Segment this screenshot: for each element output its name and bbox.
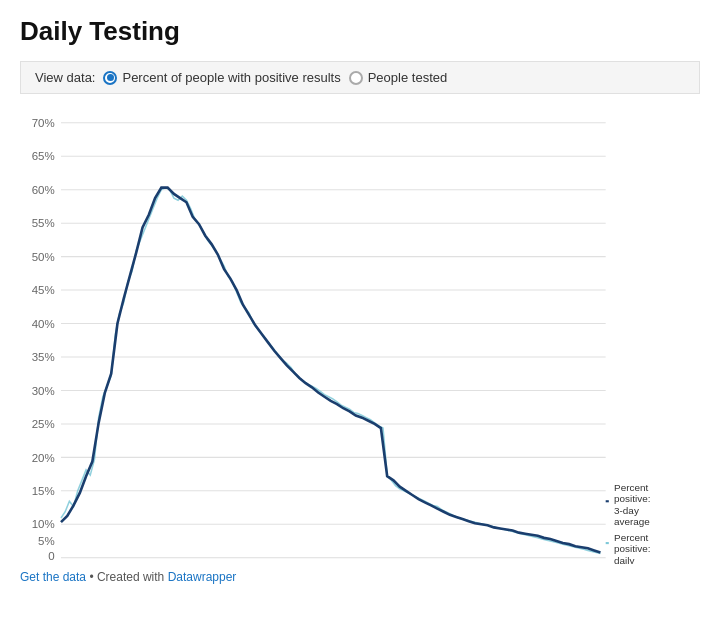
svg-text:05/03: 05/03 [343,563,369,564]
svg-text:03/08: 03/08 [58,563,84,564]
svg-text:positive:: positive: [614,493,650,504]
radio-people-circle[interactable] [349,71,363,85]
page-title: Daily Testing [20,16,700,47]
radio-percent[interactable]: Percent of people with positive results [103,70,340,85]
datawrapper-link[interactable]: Datawrapper [168,570,237,584]
svg-text:03/22: 03/22 [129,563,155,564]
svg-text:65%: 65% [32,150,55,162]
footer-separator: • Created with [86,570,168,584]
svg-text:average: average [614,516,650,527]
view-data-label: View data: [35,70,95,85]
svg-text:3-day: 3-day [614,505,639,516]
daily-line [61,188,600,554]
svg-text:25%: 25% [32,418,55,430]
svg-text:positive:: positive: [614,544,650,555]
chart-area: 70% 65% 60% 55% 50% 45% 40% 35% 30% 25% … [20,104,700,564]
svg-text:Percent: Percent [614,532,648,543]
chart-svg: 70% 65% 60% 55% 50% 45% 40% 35% 30% 25% … [20,104,700,564]
svg-text:04/05: 04/05 [201,563,227,564]
svg-text:05/31: 05/31 [485,563,511,564]
svg-text:05/17: 05/17 [414,563,440,564]
svg-text:5%: 5% [38,535,55,547]
svg-text:15%: 15% [32,485,55,497]
svg-text:daily: daily [614,555,634,564]
svg-text:20%: 20% [32,452,55,464]
svg-text:45%: 45% [32,284,55,296]
svg-text:55%: 55% [32,217,55,229]
average-line [61,188,600,553]
svg-text:60%: 60% [32,184,55,196]
svg-text:10%: 10% [32,518,55,530]
svg-text:35%: 35% [32,351,55,363]
get-data-link[interactable]: Get the data [20,570,86,584]
svg-text:0: 0 [48,550,54,562]
radio-people-label: People tested [368,70,448,85]
radio-people[interactable]: People tested [349,70,448,85]
svg-text:50%: 50% [32,251,55,263]
view-data-bar: View data: Percent of people with positi… [20,61,700,94]
svg-text:40%: 40% [32,318,55,330]
svg-text:06/14: 06/14 [541,563,567,564]
svg-text:30%: 30% [32,385,55,397]
svg-text:Percent: Percent [614,482,648,493]
svg-text:04/19: 04/19 [272,563,298,564]
svg-text:70%: 70% [32,117,55,129]
radio-percent-circle[interactable] [103,71,117,85]
footer: Get the data • Created with Datawrapper [20,570,700,584]
svg-text:06/28: 06/28 [585,563,611,564]
radio-percent-label: Percent of people with positive results [122,70,340,85]
